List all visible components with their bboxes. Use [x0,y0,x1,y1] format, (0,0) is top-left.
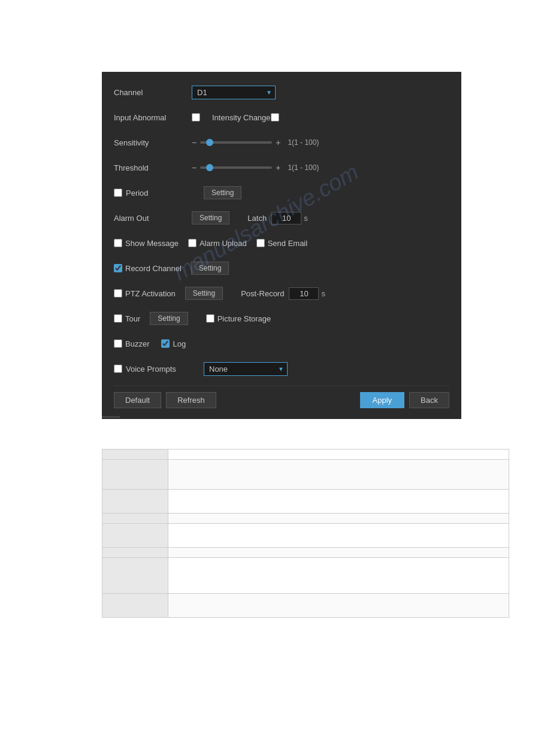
record-channel-row: Record Channel Setting [114,260,449,277]
voice-prompts-row: Voice Prompts None ▼ [114,360,449,377]
threshold-label: Threshold [114,163,192,172]
voice-prompts-label: Voice Prompts [126,365,204,374]
channel-row: Channel D1 D2 D3 D4 ▼ [114,84,449,101]
refresh-button[interactable]: Refresh [166,392,216,408]
table-data-cell [168,490,509,514]
buzzer-checkbox-wrapper[interactable]: Buzzer [114,339,149,348]
latch-input[interactable] [271,212,301,224]
ptz-activation-label: PTZ Activation [125,289,176,298]
table-header-cell [102,524,168,548]
threshold-value: 1(1 - 100) [288,163,319,172]
alarm-out-label: Alarm Out [114,214,192,223]
picture-storage-checkbox-wrapper[interactable]: Picture Storage [206,314,271,323]
log-label: Log [173,339,186,348]
sensitivity-slider-track[interactable] [200,141,272,144]
threshold-row: Threshold − + 1(1 - 100) [114,159,449,176]
channel-dropdown-wrapper: D1 D2 D3 D4 ▼ [192,86,276,99]
table-row [102,524,509,548]
default-button[interactable]: Default [114,392,161,408]
alarm-upload-checkbox[interactable] [188,239,197,247]
latch-label: Latch [247,214,267,223]
show-message-label: Show Message [125,239,179,248]
voice-prompts-checkbox[interactable] [114,365,122,373]
sensitivity-label: Sensitivity [114,138,192,147]
table-row [102,490,509,514]
send-email-label: Send Email [268,239,307,248]
divider-line [102,416,120,418]
ptz-activation-checkbox[interactable] [114,289,122,297]
table-data-cell [168,558,509,594]
alarm-out-row: Alarm Out Setting Latch s [114,210,449,226]
tour-checkbox-wrapper[interactable]: Tour [114,314,140,323]
ptz-activation-checkbox-wrapper[interactable]: PTZ Activation [114,289,176,298]
buzzer-checkbox[interactable] [114,339,122,348]
input-abnormal-checkbox-wrapper[interactable] [192,113,200,122]
record-channel-checkbox[interactable] [114,264,122,272]
send-email-checkbox-wrapper[interactable]: Send Email [256,239,307,248]
log-checkbox-wrapper[interactable]: Log [161,339,186,348]
bottom-bar: Default Refresh Apply Back [114,385,449,413]
table-data-cell [168,514,509,524]
alarm-upload-label: Alarm Upload [200,239,247,248]
threshold-minus-icon[interactable]: − [192,163,197,172]
threshold-plus-icon[interactable]: + [276,163,280,172]
post-record-label: Post-Record [241,289,284,298]
intensity-change-checkbox[interactable] [271,113,279,122]
table-data-cell [168,460,509,490]
sensitivity-slider-thumb[interactable] [206,139,213,146]
alarm-out-setting-button[interactable]: Setting [192,211,229,224]
table-row [102,594,509,618]
table-header-cell [102,450,168,460]
voice-prompts-dropdown-wrapper: None ▼ [204,362,288,376]
post-record-input[interactable] [289,287,319,300]
input-abnormal-checkbox[interactable] [192,113,200,122]
table-header-cell [102,514,168,524]
voice-prompts-checkbox-wrapper[interactable] [114,365,126,373]
sensitivity-plus-icon[interactable]: + [276,138,280,147]
notifications-row: Show Message Alarm Upload Send Email [114,235,449,251]
log-checkbox[interactable] [161,339,170,348]
show-message-checkbox-wrapper[interactable]: Show Message [114,239,179,248]
tour-setting-button[interactable]: Setting [150,312,188,325]
ptz-activation-setting-button[interactable]: Setting [185,287,223,300]
post-record-unit: s [321,289,325,298]
settings-panel: Channel D1 D2 D3 D4 ▼ Input Abnormal Int… [102,72,461,419]
period-checkbox[interactable] [114,189,122,197]
record-channel-checkbox-wrapper[interactable]: Record Channel [114,264,182,273]
show-message-checkbox[interactable] [114,239,122,247]
record-channel-label: Record Channel [125,264,182,273]
intensity-change-label: Intensity Change [212,113,271,122]
sensitivity-value: 1(1 - 100) [288,138,319,147]
picture-storage-checkbox[interactable] [206,314,214,323]
table-row [102,514,509,524]
table-data-cell [168,548,509,558]
sensitivity-row: Sensitivity − + 1(1 - 100) [114,134,449,151]
send-email-checkbox[interactable] [256,239,265,247]
input-abnormal-row: Input Abnormal Intensity Change [114,109,449,126]
threshold-slider-thumb[interactable] [206,164,213,171]
record-channel-setting-button[interactable]: Setting [191,262,229,275]
input-abnormal-label: Input Abnormal [114,113,192,122]
sensitivity-minus-icon[interactable]: − [192,138,197,147]
threshold-slider-track[interactable] [200,166,272,169]
period-label: Period [126,189,204,198]
alarm-upload-checkbox-wrapper[interactable]: Alarm Upload [188,239,247,248]
sensitivity-slider-row: − + 1(1 - 100) [192,138,319,147]
tour-checkbox[interactable] [114,314,122,323]
ptz-activation-row: PTZ Activation Setting Post-Record s [114,285,449,302]
intensity-change-checkbox-wrapper[interactable] [271,113,279,122]
channel-select[interactable]: D1 D2 D3 D4 [192,86,276,99]
apply-button[interactable]: Apply [360,392,405,408]
table-data-cell [168,450,509,460]
table-row [102,460,509,490]
table-section [102,449,509,618]
voice-prompts-select[interactable]: None [204,362,288,376]
table-header-cell [102,460,168,490]
table-header-cell [102,490,168,514]
period-checkbox-wrapper[interactable] [114,189,126,197]
back-button[interactable]: Back [409,392,449,408]
period-setting-button[interactable]: Setting [204,186,241,199]
channel-label: Channel [114,88,192,97]
table-row [102,558,509,594]
buzzer-log-row: Buzzer Log [114,335,449,352]
